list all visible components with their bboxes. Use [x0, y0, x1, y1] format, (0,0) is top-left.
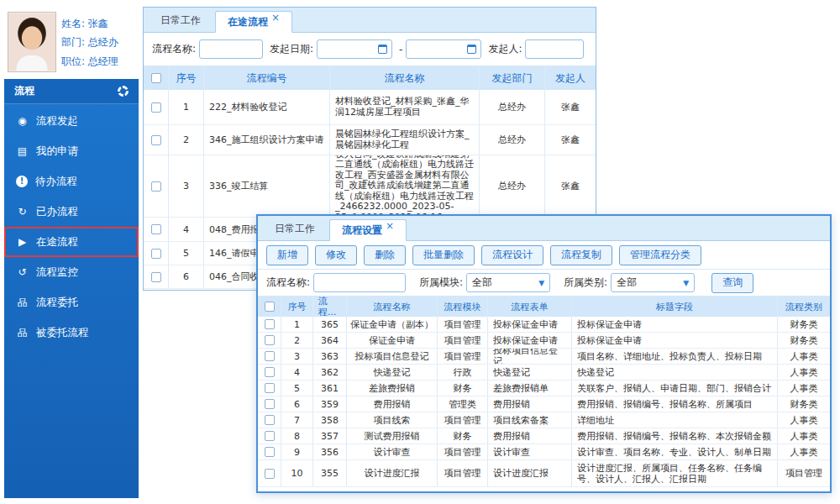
row-checkbox[interactable] [265, 383, 275, 393]
sidebar-item-in-transit-processes[interactable]: ▶ 在途流程 [4, 227, 139, 257]
tab-daily-work-2[interactable]: 日常工作 [263, 218, 327, 240]
cell-module: 项目管理 [438, 317, 488, 332]
calendar-icon[interactable] [467, 45, 476, 54]
tab-daily-work[interactable]: 日常工作 [149, 10, 213, 32]
table-row[interactable]: 8 357 测试费用报销 财务 费用报销 费用报销、报销编号、报销名称、本次报销… [258, 428, 830, 444]
row-checkbox[interactable] [151, 224, 161, 234]
row-checkbox[interactable] [151, 102, 161, 113]
end-date-input[interactable] [406, 39, 481, 59]
sidebar-item-label: 我的申请 [36, 144, 78, 159]
row-checkbox[interactable] [265, 319, 275, 329]
sidebar: 姓名: 张鑫 部门: 总经办 职位: 总经理 流程 ◉ 流程发起 ▤ 我的申请 … [4, 7, 139, 498]
row-checkbox[interactable] [265, 447, 275, 457]
cell-id: 355 [313, 460, 347, 486]
row-checkbox[interactable] [265, 367, 275, 377]
table-row[interactable]: 9 356 设计审查 项目管理 设计审查 设计审查、项目名称、专业、设计人、制单… [258, 444, 830, 460]
search-button[interactable]: 查询 [711, 273, 753, 293]
delete-button[interactable]: 删除 [364, 245, 406, 265]
row-checkbox[interactable] [265, 431, 275, 441]
row-checkbox[interactable] [265, 415, 275, 425]
table-row[interactable]: 6 359 费用报销 管理类 费用报销 费用报销、报销编号、报销名称、所属项目 … [258, 396, 830, 412]
cell-name: 设计审查 [347, 444, 438, 459]
start-date-input[interactable] [317, 39, 392, 59]
cell-category: 人事类 [778, 349, 830, 364]
cell-title-field: 投标保证金申请 [572, 317, 778, 332]
row-checkbox[interactable] [265, 335, 275, 345]
initiator-input[interactable] [525, 39, 584, 59]
cell-name: 差旅费报销 [347, 381, 438, 396]
close-icon[interactable]: × [386, 220, 394, 232]
add-button[interactable]: 新增 [266, 245, 308, 265]
category-select-value: 全部 [617, 276, 637, 290]
cell-title-field: 项目名称、详细地址、投标负责人、投标日期 [572, 349, 778, 364]
filter-category-label: 所属类别: [564, 276, 607, 290]
cell-module: 项目管理 [438, 412, 488, 428]
cell-person: 张鑫 [545, 90, 596, 124]
row-checkbox[interactable] [151, 272, 161, 282]
header-name: 流程名称 [347, 297, 438, 317]
cell-form: 设计进度汇报 [488, 460, 572, 486]
table-row[interactable]: 10 355 设计进度汇报 项目管理 设计进度汇报 设计进度汇报、所属项目、任务… [258, 460, 830, 487]
table-row[interactable]: 3 363 投标项目信息登记 项目管理 投标项目信息登记 项目名称、详细地址、投… [258, 349, 830, 365]
process-design-button[interactable]: 流程设计 [481, 245, 543, 265]
gear-icon[interactable] [118, 86, 129, 97]
user-profile: 姓名: 张鑫 部门: 总经办 职位: 总经理 [4, 7, 139, 79]
row-checkbox[interactable] [151, 135, 161, 145]
cell-id: 365 [313, 317, 347, 332]
manage-category-button[interactable]: 管理流程分类 [619, 245, 701, 265]
table-row[interactable]: 2 346_施工组织设计方案申请 晨铭园林绿化工程组织设计方案_晨铭园林绿化工程… [144, 125, 596, 155]
process-name-input-2[interactable] [313, 273, 406, 292]
close-icon[interactable]: × [271, 12, 280, 24]
header-code: 流程编号 [204, 66, 330, 90]
process-name-input[interactable] [199, 39, 263, 59]
sidebar-item-completed-processes[interactable]: ↻ 已办流程 [4, 197, 139, 227]
chevron-down-icon: ▼ [538, 279, 544, 287]
monitor-icon: ↺ [16, 266, 29, 278]
sidebar-item-process-monitor[interactable]: ↺ 流程监控 [4, 257, 139, 287]
category-select[interactable]: 全部 ▼ [611, 273, 695, 292]
edit-button[interactable]: 修改 [315, 245, 357, 265]
row-checkbox[interactable] [265, 469, 275, 479]
sidebar-item-pending-processes[interactable]: ! 待办流程 [4, 166, 139, 197]
row-checkbox[interactable] [265, 399, 275, 409]
select-all-checkbox[interactable] [151, 73, 161, 83]
cell-id: 362 [313, 365, 347, 380]
row-checkbox[interactable] [151, 181, 161, 192]
select-all-checkbox[interactable] [265, 302, 275, 312]
sidebar-header: 流程 [4, 79, 139, 104]
header-id: 流程... [313, 297, 347, 317]
cell-form: 设计审查 [488, 444, 572, 459]
cell-no: 4 [281, 365, 313, 380]
row-checkbox[interactable] [151, 249, 161, 259]
sidebar-title: 流程 [14, 84, 34, 98]
user-department: 部门: 总经办 [61, 35, 118, 50]
sidebar-item-label: 流程监控 [36, 265, 78, 280]
cell-category: 人事类 [778, 444, 830, 459]
calendar-icon[interactable] [378, 45, 387, 54]
module-select[interactable]: 全部 ▼ [466, 273, 550, 292]
table-row[interactable]: 4 362 快递登记 行政 快递登记 快递登记 人事类 [258, 365, 830, 381]
table-row[interactable]: 1 365 保证金申请（副本） 项目管理 投标保证金申请 投标保证金申请 财务类 [258, 317, 830, 333]
cell-name: 材料验收登记_材料采购_张鑫_华润12城房屋工程项目 [330, 90, 480, 124]
table-row[interactable]: 5 361 差旅费报销 财务 差旅费报销单 关联客户、报销人、申请日期、部门、报… [258, 381, 830, 396]
table-row[interactable]: 1 222_材料验收登记 材料验收登记_材料采购_张鑫_华润12城房屋工程项目 … [144, 90, 596, 125]
document-icon: ▤ [16, 145, 29, 157]
header-person: 发起人 [545, 66, 596, 90]
sidebar-item-delegated-processes[interactable]: 品 被委托流程 [4, 318, 139, 348]
row-checkbox[interactable] [265, 351, 275, 361]
batch-delete-button[interactable]: 批量删除 [412, 245, 475, 265]
cell-form: 费用报销 [488, 428, 572, 444]
process-copy-button[interactable]: 流程复制 [550, 245, 612, 265]
sidebar-item-my-applications[interactable]: ▤ 我的申请 [4, 136, 139, 166]
tab-process-settings[interactable]: 流程设置× [329, 219, 407, 241]
tab-label: 在途流程 [228, 16, 268, 28]
sidebar-item-process-initiate[interactable]: ◉ 流程发起 [4, 106, 139, 136]
cell-form: 费用报销 [488, 396, 572, 412]
tab-in-transit[interactable]: 在途流程× [215, 11, 292, 33]
table-row[interactable]: 3 336_竣工结算 收入合同_改建铁路成渝线增建第二直通线（成渝枢纽）电力线路… [144, 155, 596, 218]
cell-id: 357 [313, 428, 347, 444]
table-row[interactable]: 7 358 项目线索 项目管理 项目线索备案 详细地址 人事类 [258, 412, 830, 428]
sidebar-item-process-delegate[interactable]: 品 流程委托 [4, 287, 139, 318]
tab-label: 日常工作 [160, 14, 201, 26]
table-row[interactable]: 2 364 保证金申请 项目管理 投标保证金申请 投标保证金申请 财务类 [258, 333, 830, 349]
